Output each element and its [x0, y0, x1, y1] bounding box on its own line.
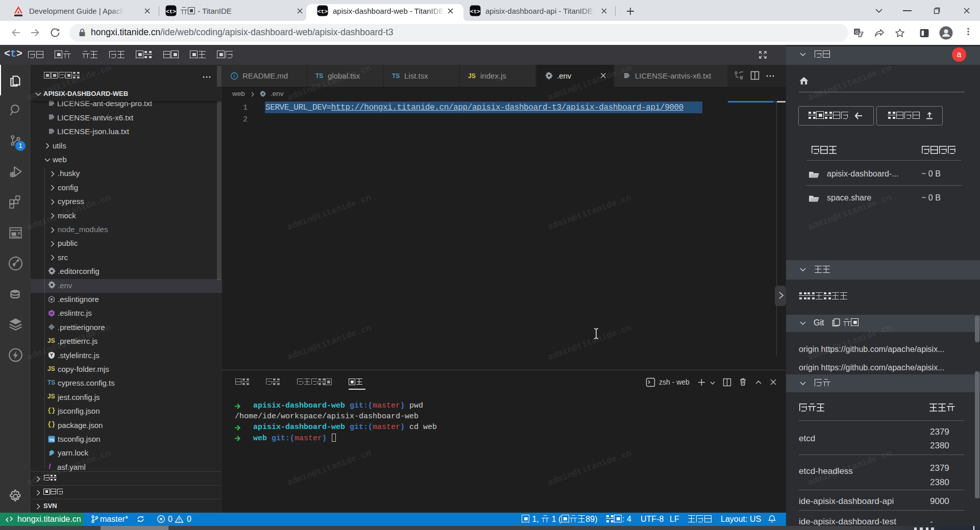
svg-text:<t>: <t> — [166, 9, 176, 15]
svg-text:<t>: <t> — [470, 9, 480, 15]
svg-text:G: G — [855, 30, 859, 35]
svg-text:<t>: <t> — [317, 9, 328, 15]
svg-text:TS: TS — [49, 438, 55, 442]
